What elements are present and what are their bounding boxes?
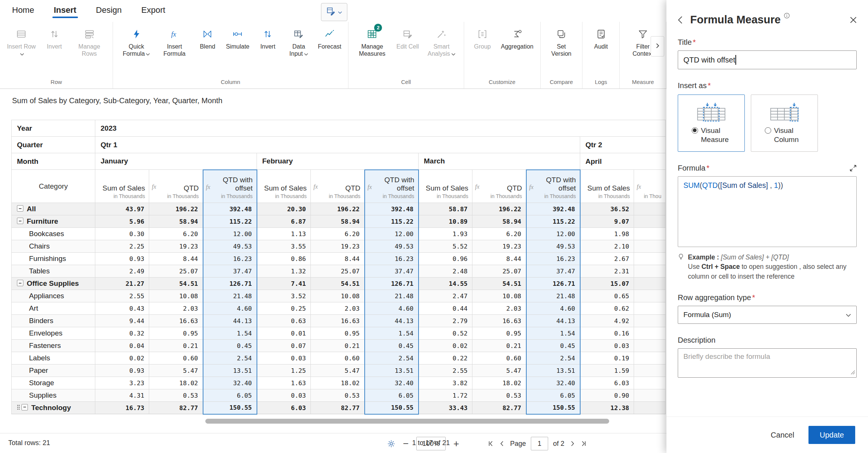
cell[interactable]: 6.03	[580, 377, 634, 389]
cell[interactable]: 9.07	[580, 215, 634, 228]
cell[interactable]: 12.38	[580, 402, 634, 414]
title-input[interactable]: QTD with offset	[678, 50, 857, 69]
cell[interactable]: 0.52	[419, 327, 472, 340]
cell[interactable]: 44.13	[526, 315, 580, 327]
cell[interactable]	[634, 290, 666, 302]
prev-page-button[interactable]	[499, 441, 505, 447]
cell[interactable]: 36.52	[580, 203, 634, 215]
cell[interactable]: 2.31	[580, 265, 634, 278]
cell[interactable]: 2.67	[580, 253, 634, 265]
cell[interactable]: 0.60	[311, 352, 365, 365]
column-header-sum-of-sales[interactable]: Sum of Salesin Thousands	[580, 170, 634, 203]
cell[interactable]: 54.51	[149, 278, 203, 290]
cell[interactable]: 9.44	[95, 315, 149, 327]
cell[interactable]: 49.53	[526, 240, 580, 253]
cell[interactable]	[634, 352, 666, 365]
cell[interactable]: 0.19	[580, 352, 634, 365]
cell[interactable]: 12.00	[203, 228, 257, 240]
cell[interactable]: 0.65	[580, 290, 634, 302]
cell[interactable]: 16.23	[365, 253, 419, 265]
cell[interactable]: 2.25	[95, 240, 149, 253]
cell[interactable]: 54.51	[472, 278, 526, 290]
column-header-sum-of-sales[interactable]: Sum of Salesin Thousands	[95, 170, 149, 203]
cell[interactable]: 5.47	[149, 365, 203, 377]
cell[interactable]: 126.71	[203, 278, 257, 290]
quarter-header-qtr-2[interactable]: Qtr 2	[580, 137, 666, 153]
quarter-header-qtr-1[interactable]: Qtr 1	[95, 137, 580, 153]
ribbon-button-edit-cell[interactable]: Edit Cell	[394, 24, 421, 52]
cell[interactable]: 21.48	[526, 290, 580, 302]
cell[interactable]: 8.44	[472, 253, 526, 265]
cell[interactable]: 44.13	[365, 315, 419, 327]
cell[interactable]: 2.48	[419, 265, 472, 278]
cell[interactable]: 0.03	[257, 389, 311, 402]
cell[interactable]: 10.08	[311, 290, 365, 302]
info-icon[interactable]	[784, 13, 790, 20]
cell[interactable]: 0.90	[580, 389, 634, 402]
cell[interactable]: 1.59	[580, 365, 634, 377]
cell[interactable]: 0.86	[257, 253, 311, 265]
cell[interactable]: 7.41	[257, 278, 311, 290]
cell[interactable]: 49.53	[365, 240, 419, 253]
month-row-label[interactable]: Month	[12, 153, 95, 170]
cell[interactable]: 0.63	[257, 315, 311, 327]
zoom-in-button[interactable]: +	[452, 439, 461, 448]
settings-gear-icon[interactable]	[387, 440, 395, 448]
cell[interactable]: 0.60	[472, 352, 526, 365]
row-label-labels[interactable]: Labels	[12, 352, 95, 365]
cell[interactable]	[634, 265, 666, 278]
cell[interactable]: 10.08	[472, 290, 526, 302]
cell[interactable]: 16.23	[203, 253, 257, 265]
ribbon-button-data-input[interactable]: Data Input	[284, 24, 313, 59]
cell[interactable]: 37.47	[203, 265, 257, 278]
tab-home[interactable]: Home	[11, 5, 35, 17]
cell[interactable]: 392.48	[203, 203, 257, 215]
cell[interactable]: 4.60	[365, 302, 419, 315]
cell[interactable]: 0.93	[95, 253, 149, 265]
last-page-button[interactable]	[580, 441, 586, 447]
cell[interactable]: 150.55	[203, 402, 257, 414]
cell[interactable]: 0.53	[311, 389, 365, 402]
edit-visual-button[interactable]	[321, 3, 347, 21]
collapse-icon[interactable]	[21, 404, 28, 410]
cell[interactable]: 0.07	[257, 340, 311, 352]
cell[interactable]: 13.51	[526, 365, 580, 377]
cell[interactable]: 196.22	[472, 203, 526, 215]
cell[interactable]: 0.96	[419, 253, 472, 265]
cell[interactable]: 2.54	[203, 352, 257, 365]
cell[interactable]: 1.32	[257, 265, 311, 278]
cell[interactable]: 4.31	[95, 389, 149, 402]
column-header-qtd-with-offset[interactable]: fxQTD with offsetin Thousands	[203, 170, 257, 203]
row-label-furnishings[interactable]: Furnishings	[12, 253, 95, 265]
cell[interactable]: 2.03	[472, 302, 526, 315]
cell[interactable]: 12.00	[365, 228, 419, 240]
column-header-qtd[interactable]: fxQTDin Thousands	[472, 170, 526, 203]
cell[interactable]: 3.55	[257, 240, 311, 253]
cell[interactable]: 25.07	[472, 265, 526, 278]
cell[interactable]: 19.23	[149, 240, 203, 253]
cell[interactable]: 0.04	[95, 340, 149, 352]
insert-as-option-visual-column[interactable]: Visual Column	[751, 95, 818, 152]
cell[interactable]: 2.54	[365, 352, 419, 365]
cell[interactable]: 43.97	[95, 203, 149, 215]
category-column-header[interactable]: Category	[12, 170, 95, 203]
cell[interactable]	[634, 215, 666, 228]
cell[interactable]: 6.87	[257, 215, 311, 228]
cell[interactable]: 1.25	[257, 365, 311, 377]
cell[interactable]: 0.62	[580, 302, 634, 315]
cell[interactable]: 5.47	[472, 365, 526, 377]
radio-visual-measure[interactable]	[692, 127, 698, 134]
cell[interactable]: 0.45	[365, 340, 419, 352]
month-header-march[interactable]: March	[419, 153, 580, 170]
cell[interactable]: 32.40	[203, 377, 257, 389]
cell[interactable]: 0.45	[526, 340, 580, 352]
cell[interactable]: 21.48	[203, 290, 257, 302]
cell[interactable]: 44.13	[203, 315, 257, 327]
cell[interactable]: 3.23	[95, 377, 149, 389]
cell[interactable]: 0.93	[95, 365, 149, 377]
cell[interactable]: 49.53	[203, 240, 257, 253]
cell[interactable]: 0.16	[580, 327, 634, 340]
cell[interactable]: 0.43	[95, 302, 149, 315]
cell[interactable]	[634, 377, 666, 389]
cell[interactable]: 54.51	[311, 278, 365, 290]
